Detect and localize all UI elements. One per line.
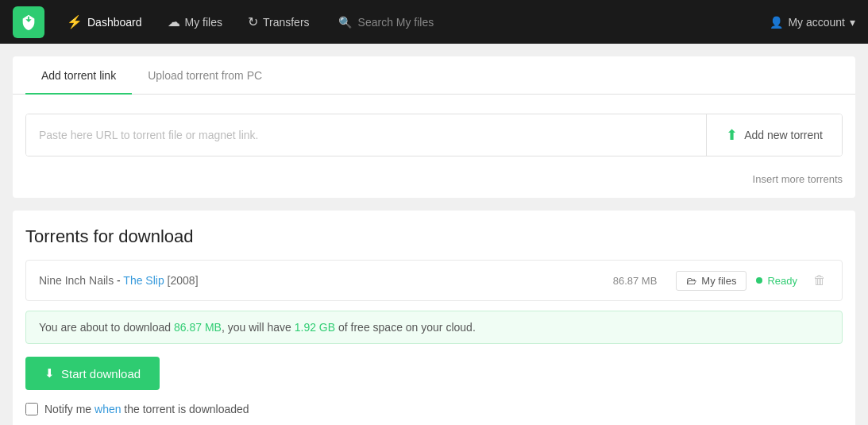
torrent-size: 86.87 MB [613, 275, 658, 287]
info-mid: , you will have [222, 321, 295, 334]
insert-more-link[interactable]: Insert more torrents [753, 173, 843, 185]
navbar: ⚡ Dashboard ☁ My files ↻ Transfers 🔍 👤 M… [0, 0, 868, 44]
torrent-tabs: Add torrent link Upload torrent from PC [13, 56, 855, 95]
start-download-button[interactable]: ⬇ Start download [25, 357, 160, 390]
torrent-artist: Nine Inch Nails [39, 274, 114, 287]
upload-cloud-icon: ⬆ [726, 126, 738, 144]
nav-myfiles-label: My files [185, 16, 222, 29]
logo-icon [20, 14, 37, 31]
account-label: My account [788, 16, 845, 29]
torrents-section: Torrents for download Nine Inch Nails - … [13, 211, 855, 425]
nav-dashboard[interactable]: ⚡ Dashboard [57, 0, 152, 44]
status-dot-icon [756, 277, 762, 284]
notify-prefix: Notify me [44, 403, 95, 415]
add-torrent-card: Add torrent link Upload torrent from PC … [13, 56, 855, 198]
info-size: 86.87 MB [174, 321, 222, 334]
info-suffix: of free space on your cloud. [335, 321, 476, 334]
chevron-down-icon: ▾ [850, 16, 855, 29]
tab-add-link-label: Add torrent link [41, 69, 116, 82]
notify-label: Notify me when the torrent is downloaded [44, 403, 249, 415]
torrent-year: [2008] [168, 274, 199, 287]
torrent-name: Nine Inch Nails - The Slip [2008] [39, 274, 613, 287]
info-box: You are about to download 86.87 MB, you … [25, 311, 843, 344]
torrent-delete-button[interactable]: 🗑 [810, 270, 829, 291]
notify-row: Notify me when the torrent is downloaded [25, 403, 843, 415]
folder-icon: 🗁 [686, 275, 696, 287]
notify-when: when [95, 403, 121, 415]
cloud-icon: ☁ [168, 14, 180, 29]
torrent-folder-label: My files [701, 275, 736, 287]
insert-more-label: Insert more torrents [753, 173, 843, 185]
logo [13, 6, 44, 38]
main-content: Add torrent link Upload torrent from PC … [0, 44, 868, 425]
torrents-title: Torrents for download [25, 226, 843, 247]
tab-upload-pc-label: Upload torrent from PC [148, 69, 262, 82]
add-torrent-label: Add new torrent [744, 129, 823, 141]
info-prefix: You are about to download [39, 321, 174, 334]
notify-checkbox[interactable] [25, 403, 38, 415]
nav-transfers[interactable]: ↻ Transfers [238, 0, 319, 44]
nav-myfiles[interactable]: ☁ My files [158, 0, 232, 44]
torrent-status-label: Ready [767, 275, 797, 287]
account-icon: 👤 [770, 16, 783, 29]
info-free-space: 1.92 GB [295, 321, 335, 334]
transfer-icon: ↻ [248, 14, 258, 29]
torrent-folder-selector[interactable]: 🗁 My files [676, 271, 746, 291]
torrent-title: The Slip [123, 274, 164, 287]
torrent-input-area: ⬆ Add new torrent [13, 95, 855, 166]
torrent-url-input[interactable] [26, 114, 706, 156]
search-icon: 🔍 [338, 16, 352, 29]
tab-upload-pc[interactable]: Upload torrent from PC [132, 56, 278, 95]
add-torrent-button[interactable]: ⬆ Add new torrent [706, 114, 842, 156]
insert-more-row: Insert more torrents [13, 166, 855, 198]
torrent-input-row: ⬆ Add new torrent [25, 114, 843, 156]
dashboard-icon: ⚡ [67, 14, 83, 29]
nav-transfers-label: Transfers [263, 16, 310, 29]
start-download-label: Start download [61, 367, 141, 381]
search-bar[interactable]: 🔍 [326, 16, 764, 29]
torrent-status: Ready [756, 275, 797, 287]
download-icon: ⬇ [44, 366, 55, 381]
table-row: Nine Inch Nails - The Slip [2008] 86.87 … [25, 260, 843, 301]
nav-dashboard-label: Dashboard [87, 16, 142, 29]
account-menu[interactable]: 👤 My account ▾ [770, 16, 855, 29]
search-input[interactable] [358, 16, 517, 29]
tab-add-link[interactable]: Add torrent link [25, 56, 132, 95]
notify-suffix: the torrent is downloaded [121, 403, 249, 415]
